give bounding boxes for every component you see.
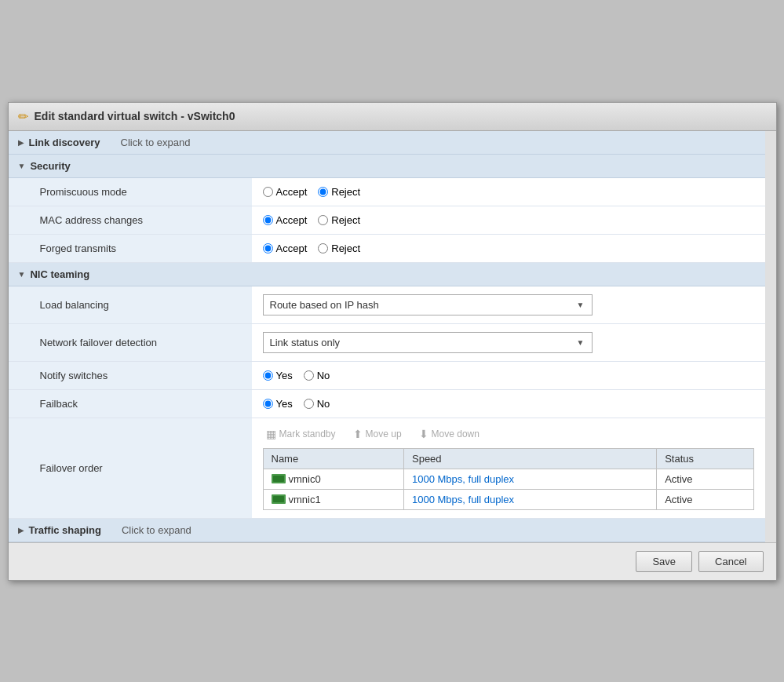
move-up-label: Move up: [366, 429, 402, 439]
network-failover-detection-label: Network failover detection: [9, 323, 252, 361]
nic-row-0[interactable]: vmnic0 1000 Mbps, full duplex Active: [263, 469, 753, 489]
move-up-button[interactable]: ⬆ Move up: [350, 426, 405, 442]
move-down-button[interactable]: ⬇ Move down: [416, 426, 483, 442]
mac-address-changes-row: MAC address changes Accept Reject: [9, 206, 765, 234]
promiscuous-mode-row: Promiscuous mode Accept Reject: [9, 178, 765, 206]
load-balancing-value: Route based on originating virtual port …: [252, 286, 765, 324]
notify-yes-radio[interactable]: [263, 370, 273, 381]
promiscuous-accept-text: Accept: [276, 186, 308, 198]
link-discovery-section-header[interactable]: ▶ Link discovery Click to expand: [9, 131, 765, 155]
notify-yes-label[interactable]: Yes: [263, 370, 293, 381]
edit-vswitch-dialog: ✏ Edit standard virtual switch - vSwitch…: [8, 102, 777, 581]
security-form-table: Promiscuous mode Accept Reject: [9, 178, 765, 263]
security-section-header[interactable]: ▼ Security: [9, 155, 765, 178]
link-discovery-expand-text: Click to expand: [105, 137, 191, 148]
mac-reject-text: Reject: [331, 214, 360, 226]
nic-name-header: Name: [263, 448, 403, 469]
scrollable-content[interactable]: ▶ Link discovery Click to expand ▼ Secur…: [9, 131, 776, 542]
nic-icon-1: [272, 494, 286, 504]
traffic-shaping-expand-text: Click to expand: [106, 524, 191, 536]
mac-accept-label[interactable]: Accept: [263, 214, 308, 226]
mac-address-radio-group: Accept Reject: [263, 214, 754, 226]
notify-switches-row: Notify switches Yes No: [9, 361, 765, 389]
notify-no-radio[interactable]: [304, 370, 314, 381]
link-discovery-label: Link discovery: [29, 137, 100, 148]
failover-order-value: ▦ Mark standby ⬆ Move up ⬇ Move down: [252, 418, 765, 518]
nic-table-header-row: Name Speed Status: [263, 448, 753, 469]
mac-reject-label[interactable]: Reject: [318, 214, 360, 226]
forged-reject-radio[interactable]: [318, 243, 328, 253]
failback-yes-text: Yes: [276, 398, 293, 410]
nic-name-1: vmnic1: [263, 489, 403, 509]
failback-label: Failback: [9, 389, 252, 418]
failback-no-radio[interactable]: [304, 399, 314, 409]
security-label: Security: [30, 160, 70, 172]
forged-transmits-row: Forged transmits Accept Reject: [9, 234, 765, 262]
promiscuous-mode-label: Promiscuous mode: [9, 178, 252, 206]
notify-no-label[interactable]: No: [304, 370, 330, 381]
traffic-shaping-section-header[interactable]: ▶ Traffic shaping Click to expand: [9, 519, 765, 542]
failback-row: Failback Yes No: [9, 389, 765, 418]
failback-yes-radio[interactable]: [263, 399, 273, 409]
promiscuous-reject-label[interactable]: Reject: [318, 186, 360, 198]
nic-teaming-form-table: Load balancing Route based on originatin…: [9, 286, 765, 519]
promiscuous-accept-label[interactable]: Accept: [263, 186, 308, 198]
forged-reject-label[interactable]: Reject: [318, 243, 360, 254]
promiscuous-accept-radio[interactable]: [263, 187, 273, 197]
dialog-body: ▶ Link discovery Click to expand ▼ Secur…: [9, 131, 776, 542]
dialog-titlebar: ✏ Edit standard virtual switch - vSwitch…: [9, 103, 776, 131]
mac-address-changes-value: Accept Reject: [252, 206, 765, 234]
nic-speed-0: 1000 Mbps, full duplex: [403, 469, 656, 489]
notify-yes-text: Yes: [276, 370, 293, 381]
failover-order-row: Failover order ▦ Mark standby ⬆ Move up: [9, 418, 765, 518]
nic-teaming-section-header[interactable]: ▼ NIC teaming: [9, 263, 765, 286]
nic-row-1[interactable]: vmnic1 1000 Mbps, full duplex Active: [263, 489, 753, 509]
nic-speed-1: 1000 Mbps, full duplex: [403, 489, 656, 509]
forged-transmits-label: Forged transmits: [9, 234, 252, 262]
notify-no-text: No: [317, 370, 330, 381]
promiscuous-reject-text: Reject: [331, 186, 360, 198]
nic-speed-header: Speed: [403, 448, 656, 469]
forged-transmits-radio-group: Accept Reject: [263, 243, 754, 254]
forged-transmits-value: Accept Reject: [252, 234, 765, 262]
failback-yes-label[interactable]: Yes: [263, 398, 293, 410]
network-failover-detection-row: Network failover detection Link status o…: [9, 323, 765, 361]
load-balancing-label: Load balancing: [9, 286, 252, 324]
forged-accept-radio[interactable]: [263, 243, 273, 253]
load-balancing-row: Load balancing Route based on originatin…: [9, 286, 765, 324]
nic-status-1: Active: [657, 489, 753, 509]
failback-value: Yes No: [252, 389, 765, 418]
traffic-shaping-label: Traffic shaping: [29, 524, 101, 536]
forged-accept-text: Accept: [276, 243, 308, 254]
cancel-button[interactable]: Cancel: [698, 551, 763, 572]
network-failover-detection-value: Link status only Beacon probing: [252, 323, 765, 361]
forged-reject-text: Reject: [331, 243, 360, 254]
load-balancing-select[interactable]: Route based on originating virtual port …: [263, 294, 593, 315]
nic-name-0: vmnic0: [263, 469, 403, 489]
mark-standby-button[interactable]: ▦ Mark standby: [263, 426, 339, 442]
mac-accept-text: Accept: [276, 214, 308, 226]
nic-table: Name Speed Status: [263, 448, 754, 510]
dialog-footer: Save Cancel: [9, 542, 776, 580]
failback-no-label[interactable]: No: [304, 398, 330, 410]
mac-reject-radio[interactable]: [318, 215, 328, 225]
nic-icon-0: [272, 474, 286, 483]
nic-teaming-label: NIC teaming: [30, 268, 89, 280]
nic-teaming-arrow: ▼: [18, 270, 26, 279]
security-arrow: ▼: [18, 162, 26, 170]
mac-accept-radio[interactable]: [263, 215, 273, 225]
nic-status-0: Active: [657, 469, 753, 489]
promiscuous-reject-radio[interactable]: [318, 187, 328, 197]
nic-status-header: Status: [657, 448, 753, 469]
notify-switches-label: Notify switches: [9, 361, 252, 389]
network-failover-select[interactable]: Link status only Beacon probing: [263, 332, 593, 353]
mac-address-changes-label: MAC address changes: [9, 206, 252, 234]
failback-radio-group: Yes No: [263, 398, 754, 410]
save-button[interactable]: Save: [636, 551, 692, 572]
move-down-label: Move down: [432, 429, 480, 439]
failover-toolbar: ▦ Mark standby ⬆ Move up ⬇ Move down: [263, 426, 754, 442]
forged-accept-label[interactable]: Accept: [263, 243, 308, 254]
promiscuous-mode-value: Accept Reject: [252, 178, 765, 206]
network-failover-select-wrapper: Link status only Beacon probing: [263, 332, 593, 353]
move-up-icon: ⬆: [353, 428, 363, 440]
